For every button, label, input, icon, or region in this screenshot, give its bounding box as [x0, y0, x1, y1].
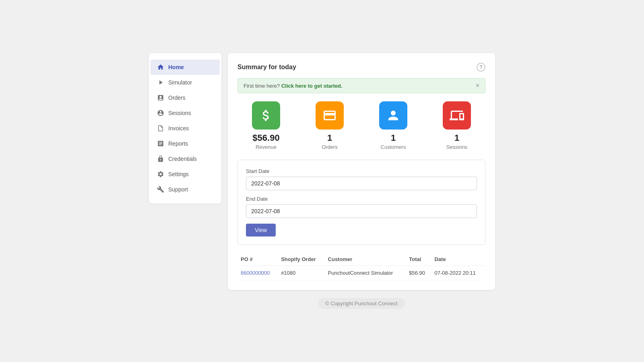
date-filter-card: Start Date End Date View	[237, 160, 485, 245]
settings-icon	[157, 171, 164, 178]
sidebar-item-invoices[interactable]: Invoices	[151, 121, 220, 136]
start-date-group: Start Date	[246, 168, 477, 190]
po-link[interactable]: 8600000000	[241, 270, 270, 276]
col-total: Total	[406, 253, 431, 266]
col-customer: Customer	[325, 253, 406, 266]
sidebar-label-simulator: Simulator	[168, 79, 192, 86]
sidebar-item-credentials[interactable]: Credentials	[151, 151, 220, 167]
stat-card-sessions: 1 Sessions	[428, 101, 485, 150]
revenue-value: $56.90	[252, 133, 279, 143]
sidebar-item-reports[interactable]: Reports	[151, 136, 220, 151]
customers-value: 1	[391, 133, 396, 143]
cell-shopify: #1080	[278, 266, 324, 280]
orders-table: PO # Shopify Order Customer Total Date 8…	[237, 253, 485, 280]
revenue-label: Revenue	[256, 144, 277, 150]
table-row: 8600000000 #1080 PunchoutConnect Simulat…	[237, 266, 485, 280]
alert-text: First time here? Click here to get start…	[244, 83, 343, 89]
sidebar-item-home[interactable]: Home	[151, 60, 220, 75]
cell-po: 8600000000	[237, 266, 278, 280]
sidebar-item-sessions[interactable]: Sessions	[151, 105, 220, 121]
sessions-value: 1	[454, 133, 459, 143]
sidebar-label-support: Support	[168, 186, 188, 193]
card-title: Summary for today	[237, 64, 296, 71]
main-content: Summary for today ? First time here? Cli…	[228, 53, 495, 309]
home-icon	[157, 64, 164, 71]
col-shopify: Shopify Order	[278, 253, 324, 266]
sidebar-item-settings[interactable]: Settings	[151, 167, 220, 182]
stat-card-customers: 1 Customers	[365, 101, 422, 150]
invoices-icon	[157, 125, 164, 132]
sidebar-item-simulator[interactable]: Simulator	[151, 75, 220, 90]
reports-icon	[157, 140, 164, 147]
stat-card-orders: 1 Orders	[301, 101, 358, 150]
sidebar: Home Simulator Orders Sessions Invoices	[149, 53, 221, 204]
sessions-icon-box	[443, 101, 471, 130]
credentials-icon	[157, 155, 164, 162]
col-po: PO #	[237, 253, 278, 266]
sessions-icon	[157, 109, 164, 117]
revenue-icon-box	[252, 101, 280, 130]
simulator-icon	[157, 79, 164, 86]
start-date-label: Start Date	[246, 168, 477, 174]
customers-label: Customers	[381, 144, 406, 150]
alert-link[interactable]: Click here to get started.	[281, 83, 343, 89]
orders-value: 1	[327, 133, 332, 143]
app-container: Home Simulator Orders Sessions Invoices	[149, 53, 495, 309]
orders-icon	[157, 94, 164, 101]
customers-icon-box	[379, 101, 407, 130]
cell-total: $56.90	[406, 266, 431, 280]
orders-icon-box	[316, 101, 344, 130]
sidebar-item-orders[interactable]: Orders	[151, 90, 220, 105]
sidebar-label-settings: Settings	[168, 171, 189, 177]
copyright-text: © Copyright Punchout Connect	[318, 298, 405, 309]
sidebar-label-reports: Reports	[168, 140, 188, 147]
cell-customer: PunchoutConnect Simulator	[325, 266, 406, 280]
stat-card-revenue: $56.90 Revenue	[237, 101, 295, 150]
sidebar-label-home: Home	[168, 64, 184, 70]
sidebar-label-orders: Orders	[168, 95, 186, 101]
support-icon	[157, 186, 164, 193]
sidebar-label-credentials: Credentials	[168, 156, 197, 162]
cell-date: 07-08-2022 20:11	[431, 266, 485, 280]
alert-banner: First time here? Click here to get start…	[237, 78, 485, 93]
footer: © Copyright Punchout Connect	[228, 298, 495, 309]
end-date-input[interactable]	[246, 204, 477, 218]
summary-card: Summary for today ? First time here? Cli…	[228, 53, 495, 290]
help-icon[interactable]: ?	[477, 63, 485, 72]
sessions-label: Sessions	[446, 144, 468, 150]
card-header: Summary for today ?	[237, 63, 485, 72]
alert-close-button[interactable]: ×	[476, 82, 479, 89]
orders-label: Orders	[322, 144, 338, 150]
sidebar-label-invoices: Invoices	[168, 125, 189, 132]
end-date-label: End Date	[246, 196, 477, 202]
sidebar-item-support[interactable]: Support	[151, 182, 220, 197]
view-button[interactable]: View	[246, 224, 276, 237]
end-date-group: End Date	[246, 196, 477, 218]
sidebar-label-sessions: Sessions	[168, 110, 191, 116]
stats-row: $56.90 Revenue 1 Orders 1 Customers	[237, 101, 485, 150]
col-date: Date	[431, 253, 485, 266]
start-date-input[interactable]	[246, 177, 477, 190]
